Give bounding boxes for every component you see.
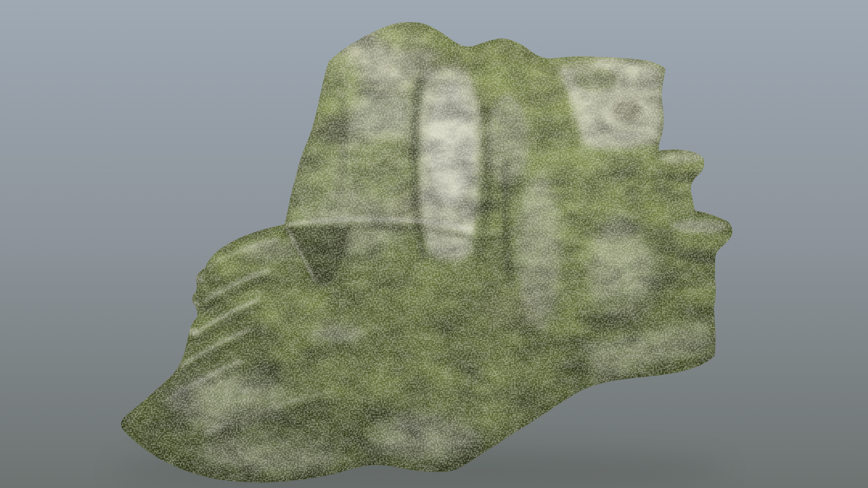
viewport-3d[interactable]	[0, 0, 868, 488]
rock-formation	[0, 0, 868, 488]
rock-render-canvas	[0, 0, 868, 488]
noise-overlay-speckle	[0, 0, 868, 488]
